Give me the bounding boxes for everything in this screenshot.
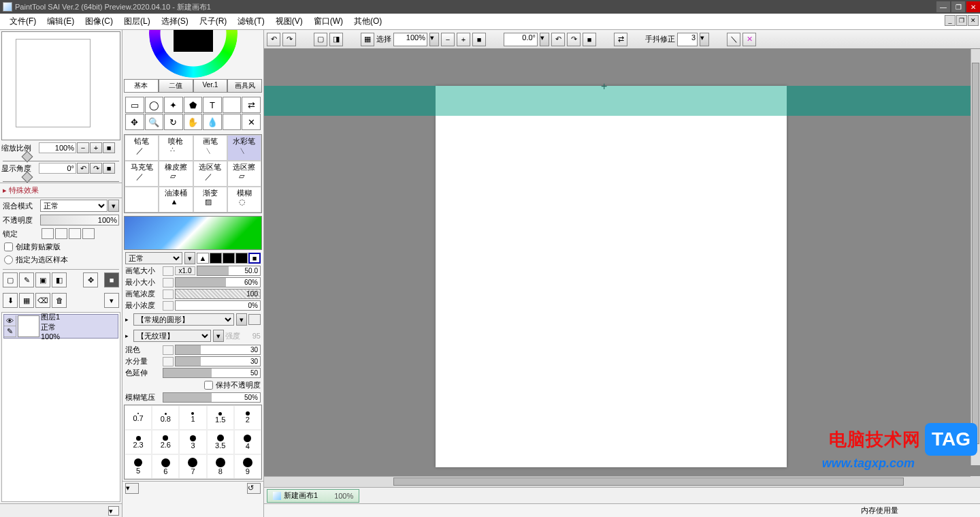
new-linework-button[interactable]: ✎ — [19, 272, 34, 287]
layer-item[interactable]: 👁 ✎ 图层1 正常 100% — [3, 314, 118, 339]
doc-minimize-button[interactable]: _ — [945, 15, 956, 26]
stabilizer-spinner[interactable]: ▾ — [700, 33, 709, 46]
menu-ruler[interactable]: 尺子(R) — [194, 14, 233, 29]
zoom-reset-button[interactable]: ■ — [103, 142, 115, 153]
persistence-slider[interactable]: 50 — [163, 368, 261, 378]
lasso-tool[interactable]: ◯ — [145, 97, 164, 113]
rotate-cw-button[interactable]: ↷ — [90, 163, 102, 174]
size-preset[interactable]: 2 — [234, 405, 261, 430]
layer-opacity-slider[interactable]: 100% — [40, 215, 119, 225]
toolbar-zoom-input[interactable]: 100% — [393, 33, 427, 46]
doc-close-button[interactable]: ✕ — [968, 15, 979, 26]
brush-blend-dropdown[interactable]: ▾ — [184, 252, 195, 264]
merge-down-button[interactable]: ⬇ — [3, 293, 18, 308]
tool-tab-ver1[interactable]: Ver.1 — [193, 79, 228, 93]
effects-header[interactable]: 特殊效果 — [0, 183, 122, 198]
brush-empty[interactable] — [125, 187, 159, 213]
min-density-slider[interactable]: 0% — [175, 300, 261, 311]
canvas[interactable] — [436, 86, 787, 467]
flip-horizontal-button[interactable]: ⇄ — [614, 33, 627, 46]
toolbar-zoom-out[interactable]: − — [441, 33, 455, 46]
transparent-swatch[interactable]: ✕ — [242, 114, 261, 130]
brush-eraser[interactable]: 橡皮擦▱ — [159, 161, 193, 187]
size-preset[interactable]: 1 — [179, 405, 206, 430]
zoom-spinner[interactable]: ▾ — [429, 33, 439, 46]
size-multiplier[interactable]: x1.0 — [175, 266, 195, 275]
rect-select-tool[interactable]: ▭ — [125, 97, 144, 113]
document-tab[interactable]: 新建画布1 100% — [267, 489, 359, 503]
tool-panel-menu-button[interactable]: ▾ — [125, 483, 139, 494]
blend-mode-select[interactable]: 正常 — [40, 200, 108, 212]
brush-tip-1[interactable]: ▲ — [197, 253, 209, 264]
angle-slider[interactable] — [3, 175, 119, 182]
redo-button[interactable]: ↷ — [282, 33, 296, 46]
selection-source-radio[interactable] — [4, 255, 13, 264]
new-folder-button[interactable]: ▣ — [35, 272, 50, 287]
swap-colors-button[interactable]: ⇄ — [242, 97, 261, 113]
angle-spinner[interactable]: ▾ — [540, 33, 549, 46]
stabilizer-input[interactable]: 3 — [677, 33, 698, 46]
brush-marker[interactable]: 马克笔／ — [125, 161, 159, 187]
brush-blur[interactable]: 模糊◌ — [227, 187, 261, 213]
tool-tab-binary[interactable]: 二值 — [159, 79, 193, 93]
lock-paint-button[interactable] — [55, 228, 67, 239]
size-preset[interactable]: 2.6 — [152, 430, 179, 454]
tool-tab-paint[interactable]: 画具风 — [227, 79, 262, 93]
move-tool[interactable]: ✥ — [125, 114, 144, 130]
brush-tip-4[interactable]: ■ — [235, 253, 248, 264]
size-preset[interactable]: 4 — [234, 430, 261, 454]
menu-other[interactable]: 其他(O) — [348, 14, 387, 29]
shape-dropdown[interactable]: ▾ — [236, 313, 247, 326]
menu-edit[interactable]: 编辑(E) — [42, 14, 80, 29]
brush-select-eraser[interactable]: 选区擦▱ — [227, 161, 261, 187]
brush-brush[interactable]: 画笔﹨ — [193, 135, 227, 161]
brush-blend-select[interactable]: 正常 — [125, 252, 182, 264]
maximize-button[interactable]: ❐ — [951, 1, 965, 12]
menu-layer[interactable]: 图层(L) — [118, 14, 156, 29]
hand-tool[interactable]: ✋ — [184, 114, 203, 130]
size-preset[interactable]: 7 — [179, 454, 206, 479]
toolbar-rotate-reset[interactable]: ■ — [583, 33, 596, 46]
layer-visibility-toggle[interactable]: 👁 — [4, 315, 16, 326]
menu-file[interactable]: 文件(F) — [4, 14, 42, 29]
toolbar-zoom-fit[interactable]: ■ — [472, 33, 486, 46]
texture-expand-icon[interactable]: ▸ — [125, 332, 132, 339]
rotate-reset-button[interactable]: ■ — [103, 163, 115, 174]
eyedropper-tool[interactable]: 💧 — [203, 114, 222, 130]
brush-select-pen[interactable]: 选区笔／ — [193, 161, 227, 187]
dilution-slider[interactable]: 30 — [175, 356, 261, 366]
line-tool-icon[interactable]: ＼ — [727, 33, 740, 46]
layer-color-button[interactable]: ■ — [104, 272, 119, 287]
bg-color-swatch[interactable] — [223, 114, 242, 130]
minimize-button[interactable]: — — [936, 1, 950, 12]
fg-color-swatch[interactable] — [223, 97, 242, 113]
transform-layer-button[interactable]: ✥ — [83, 272, 98, 287]
undo-button[interactable]: ↶ — [267, 33, 280, 46]
clipping-mask-checkbox[interactable] — [4, 242, 13, 251]
new-mask-button[interactable]: ◧ — [52, 272, 67, 287]
vertical-scrollbar[interactable] — [970, 49, 980, 465]
doc-restore-button[interactable]: ❐ — [956, 15, 967, 26]
menu-select[interactable]: 选择(S) — [156, 14, 194, 29]
rotate-view-tool[interactable]: ↻ — [164, 114, 183, 130]
invert-selection-button[interactable]: ◨ — [329, 33, 343, 46]
toolbar-rotate-ccw[interactable]: ↶ — [551, 33, 565, 46]
size-preset[interactable]: 0.8 — [152, 405, 179, 430]
brush-size-slider[interactable]: 50.0 — [197, 266, 261, 276]
deselect-button[interactable]: ▢ — [314, 33, 327, 46]
new-layer-button[interactable]: ▢ — [3, 272, 18, 287]
text-tool[interactable]: T — [203, 97, 222, 113]
brush-pencil[interactable]: 铅笔／ — [125, 135, 159, 161]
delete-layer-button[interactable]: 🗑 — [52, 293, 67, 308]
blend-dropdown-button[interactable]: ▾ — [108, 200, 119, 212]
zoom-in-button[interactable]: + — [90, 142, 102, 153]
shape-tool[interactable]: ⬟ — [184, 97, 203, 113]
rotate-ccw-button[interactable]: ↶ — [77, 163, 89, 174]
size-preset[interactable]: 0.7 — [125, 405, 152, 430]
size-preset[interactable]: 3.5 — [207, 430, 234, 454]
tool-reset-button[interactable]: ↺ — [247, 483, 261, 494]
layer-edit-toggle[interactable]: ✎ — [4, 326, 16, 337]
brush-bucket[interactable]: 油漆桶▲ — [159, 187, 193, 213]
size-preset[interactable]: 5 — [125, 454, 152, 479]
symmetry-tool-icon[interactable]: ✕ — [742, 33, 756, 46]
